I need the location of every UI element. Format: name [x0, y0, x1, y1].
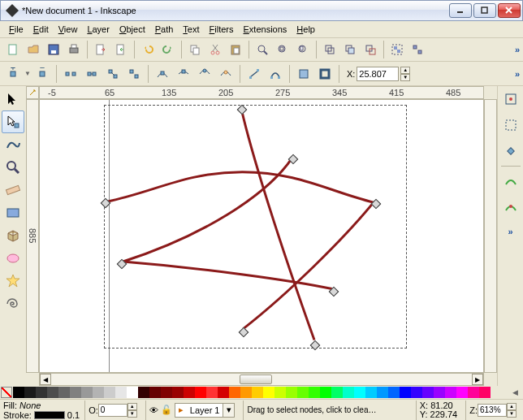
spiral-tool[interactable]: [2, 292, 24, 315]
open-button[interactable]: [24, 40, 43, 59]
delete-segment-button[interactable]: [124, 64, 144, 84]
color-swatch[interactable]: [445, 387, 456, 398]
copy-button[interactable]: [185, 40, 205, 59]
save-button[interactable]: [44, 40, 63, 59]
snap-overflow[interactable]: »: [508, 227, 512, 236]
layer-dropdown-icon[interactable]: ▾: [223, 404, 234, 417]
zoom-control[interactable]: Z: ▲▼: [465, 401, 520, 420]
color-swatch[interactable]: [422, 387, 434, 398]
menu-edit[interactable]: Edit: [29, 24, 53, 35]
menu-help[interactable]: Help: [292, 24, 319, 35]
color-swatch[interactable]: [93, 387, 104, 398]
color-swatch[interactable]: [240, 387, 252, 398]
menu-extensions[interactable]: Extensions: [240, 24, 292, 35]
ungroup-button[interactable]: [408, 40, 427, 59]
menu-object[interactable]: Object: [115, 24, 149, 35]
color-swatch[interactable]: [297, 387, 309, 398]
snap-bbox[interactable]: [499, 114, 522, 136]
zoom-tool[interactable]: [2, 156, 24, 179]
color-swatch[interactable]: [58, 387, 70, 398]
layer-selector[interactable]: ▸Layer 1 ▾: [175, 403, 236, 418]
palette-menu-icon[interactable]: ◀: [512, 388, 518, 396]
color-swatch[interactable]: [81, 387, 93, 398]
color-swatch[interactable]: [218, 387, 229, 398]
toolbar-overflow[interactable]: »: [515, 45, 520, 54]
color-swatch[interactable]: [184, 387, 195, 398]
ellipse-tool[interactable]: [2, 247, 24, 270]
menu-layer[interactable]: Layer: [83, 24, 114, 35]
undo-button[interactable]: [138, 40, 158, 59]
color-swatch[interactable]: [206, 387, 218, 398]
segment-curve-button[interactable]: [266, 64, 285, 84]
zoom-drawing-button[interactable]: [273, 40, 292, 59]
maximize-button[interactable]: [473, 3, 496, 18]
canvas[interactable]: [39, 99, 484, 373]
clone-button[interactable]: [340, 40, 360, 59]
color-swatch[interactable]: [377, 387, 388, 398]
new-button[interactable]: [3, 40, 23, 59]
opacity-control[interactable]: O: ▲▼: [84, 401, 140, 420]
color-swatch[interactable]: [400, 387, 411, 398]
opacity-input[interactable]: [98, 404, 128, 417]
horizontal-scrollbar[interactable]: ◀ ▶: [39, 373, 484, 386]
minimize-button[interactable]: [449, 3, 472, 18]
ruler-corner[interactable]: [26, 86, 39, 99]
color-swatch[interactable]: [149, 387, 161, 398]
color-swatch[interactable]: [172, 387, 184, 398]
star-tool[interactable]: [2, 270, 24, 292]
fill-stroke-indicator[interactable]: Fill:None Stroke:0.1: [3, 401, 80, 420]
color-swatch[interactable]: [115, 387, 127, 398]
menu-view[interactable]: View: [54, 24, 82, 35]
color-swatch[interactable]: [229, 387, 240, 398]
rectangle-tool[interactable]: [2, 201, 24, 224]
group-button[interactable]: [387, 40, 407, 59]
unlink-clone-button[interactable]: [361, 40, 380, 59]
scroll-left-button[interactable]: ◀: [40, 374, 51, 385]
duplicate-button[interactable]: [320, 40, 339, 59]
color-swatch[interactable]: [70, 387, 81, 398]
object-to-path-button[interactable]: [294, 64, 313, 84]
selector-tool[interactable]: [2, 88, 24, 110]
snap-node[interactable]: [499, 140, 522, 162]
color-swatch[interactable]: [13, 387, 24, 398]
color-swatch[interactable]: [320, 387, 331, 398]
color-swatch[interactable]: [354, 387, 365, 398]
export-button[interactable]: [111, 40, 131, 59]
tool-controls-overflow[interactable]: »: [515, 69, 520, 79]
color-swatch[interactable]: [331, 387, 343, 398]
stroke-to-path-button[interactable]: [315, 64, 335, 84]
print-button[interactable]: [64, 40, 84, 59]
break-node-button[interactable]: [61, 64, 80, 84]
color-swatch[interactable]: [479, 387, 491, 398]
path-object[interactable]: [40, 100, 483, 372]
zoom-selection-button[interactable]: [253, 40, 272, 59]
color-swatch[interactable]: [343, 387, 354, 398]
node-symmetric-button[interactable]: [195, 64, 214, 84]
color-swatch[interactable]: [36, 387, 47, 398]
zoom-page-button[interactable]: [293, 40, 313, 59]
color-swatch[interactable]: [195, 387, 206, 398]
import-button[interactable]: [91, 40, 110, 59]
join-node-button[interactable]: [82, 64, 102, 84]
x-spinner[interactable]: ▲▼: [400, 67, 410, 81]
menu-text[interactable]: Text: [179, 24, 203, 35]
opacity-spinner[interactable]: ▲▼: [128, 403, 137, 418]
snap-path[interactable]: [499, 170, 522, 193]
color-swatch[interactable]: [127, 387, 138, 398]
color-swatch[interactable]: [24, 387, 36, 398]
snap-intersection[interactable]: [499, 196, 522, 219]
color-swatch[interactable]: [365, 387, 377, 398]
no-fill-swatch[interactable]: [1, 387, 12, 398]
close-button[interactable]: [498, 3, 521, 18]
cut-button[interactable]: [205, 40, 225, 59]
measure-tool[interactable]: [2, 179, 24, 201]
color-swatch[interactable]: [468, 387, 479, 398]
menu-filters[interactable]: Filters: [205, 24, 238, 35]
scroll-thumb[interactable]: [240, 375, 272, 384]
lock-icon[interactable]: 🔓: [161, 405, 172, 415]
color-swatch[interactable]: [434, 387, 445, 398]
segment-line-button[interactable]: [244, 64, 264, 84]
color-swatch[interactable]: [47, 387, 58, 398]
redo-button[interactable]: [158, 40, 178, 59]
color-swatch[interactable]: [274, 387, 286, 398]
